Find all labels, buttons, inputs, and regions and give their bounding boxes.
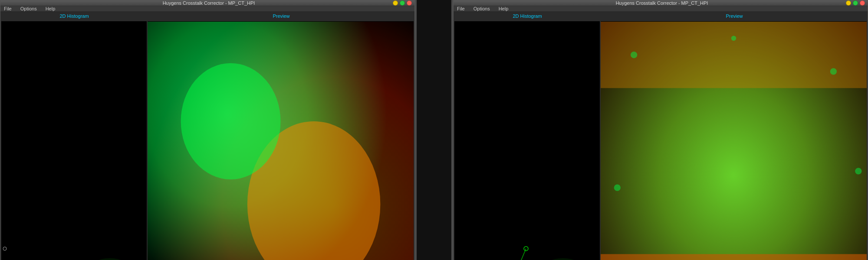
preview-header-left: Preview <box>148 12 414 20</box>
menu-options-left[interactable]: Options <box>19 6 39 11</box>
menu-help-right[interactable]: Help <box>497 6 510 11</box>
minimize-button-left[interactable] <box>393 0 398 6</box>
main-area-right: 2D Histogram Preview <box>454 12 868 260</box>
preview-header-right: Preview <box>601 12 868 20</box>
svg-rect-87 <box>601 254 867 260</box>
preview-top-svg-left <box>148 21 414 260</box>
main-area-left: 2D Histogram Preview <box>0 12 414 260</box>
window-controls-left <box>393 0 412 6</box>
preview-top-left <box>148 21 414 260</box>
preview-top-right <box>601 21 867 260</box>
preview-panel-right <box>601 21 867 260</box>
menu-bar-right: File Options Help <box>454 6 868 12</box>
menu-bar-left: File Options Help <box>0 6 414 12</box>
dark-separator <box>417 0 451 260</box>
svg-point-90 <box>830 68 837 75</box>
title-bar-left: Huygens Crosstalk Corrector - MP_CT_HPI <box>0 0 414 6</box>
panel-headers-left: 2D Histogram Preview <box>0 12 414 20</box>
window-title-right: Huygens Crosstalk Corrector - MP_CT_HPI <box>478 0 846 6</box>
window-controls-right <box>846 0 865 6</box>
svg-point-91 <box>731 36 736 41</box>
svg-point-92 <box>855 168 861 174</box>
window-title-left: Huygens Crosstalk Corrector - MP_CT_HPI <box>25 0 393 6</box>
histogram-panel-left <box>1 21 147 260</box>
svg-point-36 <box>181 63 281 179</box>
svg-rect-88 <box>601 22 867 88</box>
title-bar-right: Huygens Crosstalk Corrector - MP_CT_HPI <box>454 0 868 6</box>
menu-file-left[interactable]: File <box>2 6 13 11</box>
panel-headers-right: 2D Histogram Preview <box>454 12 868 20</box>
menu-options-right[interactable]: Options <box>472 6 492 11</box>
left-window: Huygens Crosstalk Corrector - MP_CT_HPI … <box>0 0 415 260</box>
content-area-right <box>454 20 868 260</box>
histogram-svg-right <box>454 21 600 260</box>
svg-rect-0 <box>1 245 147 260</box>
histogram-svg-left <box>1 21 147 260</box>
histogram-header-left: 2D Histogram <box>0 12 148 20</box>
minimize-button-right[interactable] <box>846 0 851 6</box>
right-window: Huygens Crosstalk Corrector - MP_CT_HPI … <box>453 0 868 260</box>
maximize-button-right[interactable] <box>853 0 858 6</box>
content-area-left <box>0 20 414 260</box>
svg-point-93 <box>614 184 621 191</box>
histogram-header-right: 2D Histogram <box>454 12 601 20</box>
close-button-left[interactable] <box>407 0 412 6</box>
maximize-button-left[interactable] <box>400 0 405 6</box>
menu-file-right[interactable]: File <box>455 6 467 11</box>
preview-top-svg-right <box>601 21 867 260</box>
menu-help-left[interactable]: Help <box>44 6 57 11</box>
svg-point-89 <box>631 52 637 58</box>
close-button-right[interactable] <box>860 0 865 6</box>
svg-rect-53 <box>454 245 600 260</box>
histogram-panel-right <box>454 21 600 260</box>
preview-panel-left <box>148 21 414 260</box>
